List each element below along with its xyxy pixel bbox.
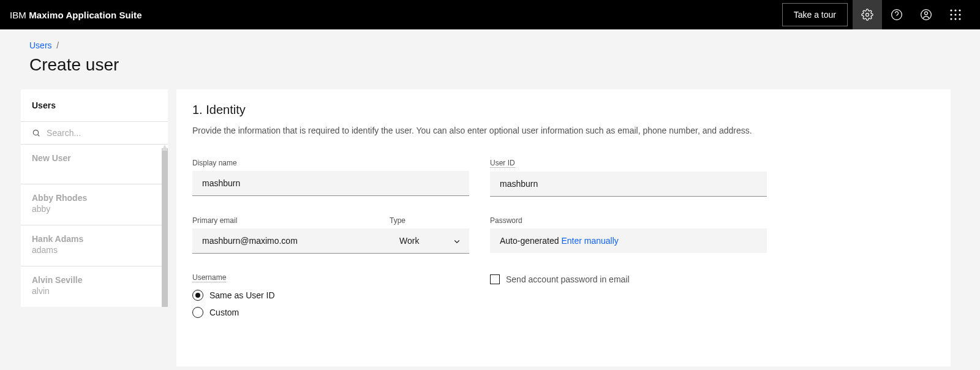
svg-point-1 [892, 10, 902, 20]
radio-custom[interactable]: Custom [192, 307, 469, 318]
svg-point-12 [954, 18, 956, 20]
user-item[interactable]: Alvin Seville alvin [21, 266, 168, 307]
svg-point-9 [954, 13, 956, 15]
radio-icon [192, 290, 203, 301]
breadcrumb: Users / [29, 40, 951, 50]
field-email-type: Type Work [390, 215, 469, 254]
user-item-name: Alvin Seville [32, 275, 157, 285]
field-display-name: Display name [192, 157, 469, 197]
svg-point-8 [950, 13, 952, 15]
user-item-name: Abby Rhodes [32, 193, 157, 203]
svg-point-14 [33, 130, 38, 135]
sidebar-title: Users [21, 89, 168, 122]
brand-name: Maximo Application Suite [29, 10, 141, 20]
checkbox-icon [490, 274, 500, 284]
label-primary-email: Primary email [192, 216, 237, 225]
form-panel: 1. Identity Provide the information that… [176, 89, 951, 366]
label-email-type: Type [390, 216, 405, 225]
take-tour-button[interactable]: Take a tour [782, 3, 848, 26]
user-item[interactable]: Abby Rhodes abby [21, 184, 168, 225]
enter-manually-link[interactable]: Enter manually [561, 236, 618, 246]
search-icon [32, 128, 40, 138]
radio-icon [192, 307, 203, 318]
label-user-id: User ID [490, 159, 515, 168]
svg-point-5 [950, 9, 952, 11]
password-display: Auto-generated Enter manually [490, 228, 767, 253]
label-username: Username [192, 273, 226, 282]
settings-icon[interactable] [853, 0, 882, 29]
svg-point-6 [954, 9, 956, 11]
header-actions: Take a tour [782, 0, 970, 29]
user-item[interactable]: Hank Adams adams [21, 225, 168, 266]
checkbox-send-password[interactable]: Send account password in email [490, 274, 767, 284]
row-username: Username Same as User ID Custom Send acc… [192, 272, 926, 324]
svg-point-13 [959, 18, 960, 20]
input-user-id[interactable] [490, 172, 767, 197]
input-primary-email[interactable] [192, 228, 390, 254]
row-contact: Primary email Type Work [192, 215, 926, 254]
breadcrumb-link-users[interactable]: Users [29, 40, 52, 50]
field-primary-email: Primary email [192, 215, 390, 254]
users-sidebar: Users New User Abby Rhodes abby Hank Ada… [21, 89, 168, 307]
svg-point-4 [925, 12, 928, 15]
page-head: Users / Create user [0, 29, 980, 89]
field-password: Password Auto-generated Enter manually [490, 215, 767, 254]
checkbox-label: Send account password in email [506, 274, 630, 284]
main-layout: Users New User Abby Rhodes abby Hank Ada… [0, 89, 980, 366]
field-username: Username Same as User ID Custom [192, 272, 469, 324]
field-send-email: Send account password in email [490, 272, 767, 324]
user-item-name: Hank Adams [32, 234, 157, 244]
radio-label: Custom [209, 308, 239, 317]
app-switcher-icon[interactable] [941, 0, 970, 29]
user-item-name: New User [32, 153, 157, 163]
user-item-sub: abby [32, 204, 157, 214]
field-email-group: Primary email Type Work [192, 215, 469, 254]
breadcrumb-sep: / [56, 40, 59, 50]
svg-point-0 [866, 13, 869, 17]
user-item-sub: alvin [32, 286, 157, 296]
sidebar-search[interactable] [21, 122, 168, 145]
svg-line-15 [38, 135, 40, 137]
radio-label: Same as User ID [209, 290, 275, 300]
brand-prefix: IBM [10, 10, 26, 20]
radio-same-as-userid[interactable]: Same as User ID [192, 290, 469, 301]
password-value: Auto-generated [500, 236, 559, 246]
chevron-down-icon [453, 238, 461, 245]
input-display-name[interactable] [192, 171, 469, 196]
brand: IBM Maximo Application Suite [10, 10, 142, 20]
label-password: Password [490, 216, 522, 225]
help-icon[interactable] [882, 0, 911, 29]
app-header: IBM Maximo Application Suite Take a tour [0, 0, 980, 29]
svg-point-10 [959, 13, 960, 15]
user-item-new[interactable]: New User [21, 145, 168, 184]
search-input[interactable] [47, 128, 157, 138]
svg-point-11 [950, 18, 952, 20]
page-title: Create user [29, 55, 951, 75]
username-radio-group: Same as User ID Custom [192, 290, 469, 318]
user-item-sub: adams [32, 245, 157, 255]
label-display-name: Display name [192, 159, 237, 167]
field-user-id: User ID [490, 157, 767, 197]
user-list[interactable]: New User Abby Rhodes abby Hank Adams ada… [21, 145, 168, 307]
row-identity: Display name User ID [192, 157, 926, 197]
section-desc: Provide the information that is required… [192, 124, 756, 137]
section-title: 1. Identity [192, 103, 926, 117]
svg-point-7 [959, 9, 960, 11]
user-avatar-icon[interactable] [911, 0, 941, 29]
